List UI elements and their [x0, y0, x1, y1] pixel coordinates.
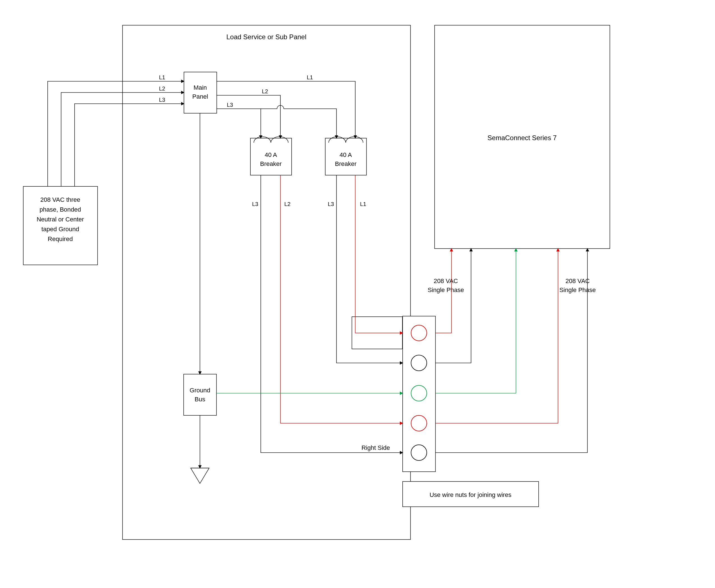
wire-j-red2-dev	[435, 249, 558, 423]
breaker-left-l1: 40 A	[265, 151, 277, 159]
breaker-right-l2: Breaker	[335, 160, 356, 167]
main-panel-l2: Panel	[192, 93, 208, 100]
lbl-in-l2: L2	[159, 85, 165, 92]
lbl-in-l3: L3	[159, 97, 165, 103]
junction-box	[403, 316, 435, 472]
source-l5: Required	[48, 235, 73, 243]
volt-left-l2: Single Phase	[428, 287, 464, 293]
volt-right-l2: Single Phase	[559, 287, 596, 293]
wire-j-blk1-dev	[435, 249, 471, 363]
lbl-bl-l2: L2	[284, 201, 290, 207]
panel-title: Load Service or Sub Panel	[226, 33, 306, 41]
load-service-panel	[123, 25, 410, 540]
lbl-in-l1: L1	[159, 74, 165, 80]
lbl-out-l1: L1	[307, 74, 313, 80]
source-l1: 208 VAC three	[40, 196, 80, 203]
breaker-right-l1: 40 A	[340, 151, 352, 159]
main-panel-box	[184, 72, 217, 113]
lbl-out-l3: L3	[227, 102, 233, 108]
ground-bus-l1: Ground	[189, 387, 210, 394]
note-label: Use wire nuts for joining wires	[430, 491, 511, 498]
lbl-br-l3: L3	[328, 201, 334, 207]
ground-bus-l2: Bus	[195, 396, 205, 403]
lbl-bl-l3: L3	[252, 201, 258, 207]
right-side-label: Right Side	[362, 444, 390, 451]
lbl-br-l1: L1	[360, 201, 366, 207]
source-l4: taped Ground	[41, 226, 79, 233]
lbl-out-l2: L2	[262, 88, 268, 94]
breaker-left-l2: Breaker	[260, 160, 282, 167]
main-panel-l1: Main	[193, 84, 207, 91]
wire-j-blk2-dev	[435, 249, 588, 453]
source-l2: phase, Bonded	[40, 206, 81, 213]
ground-bus-box	[184, 374, 217, 415]
source-l3: Neutral or Center	[37, 216, 84, 223]
device-label: SemaConnect Series 7	[488, 134, 557, 142]
volt-left-l1: 208 VAC	[434, 277, 458, 285]
wire-j-grn-dev	[435, 249, 516, 393]
volt-right-l1: 208 VAC	[566, 277, 590, 285]
wiring-diagram: Load Service or Sub Panel 208 VAC three …	[0, 0, 715, 588]
